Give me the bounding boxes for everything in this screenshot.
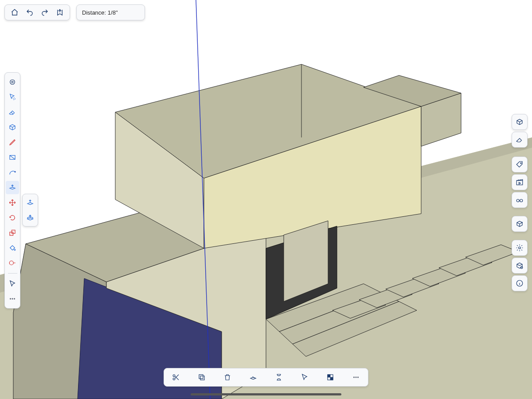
scale-icon [8,229,16,237]
tags-tray[interactable] [512,156,528,172]
tape-tool[interactable] [6,256,19,270]
nav-cluster [4,4,70,20]
checker-icon [326,373,334,381]
move-tool[interactable] [6,196,19,209]
svg-point-35 [12,298,13,299]
redo-button[interactable] [38,5,52,20]
svg-rect-31 [12,230,16,234]
xray-button[interactable] [323,370,338,385]
svg-rect-46 [200,376,204,380]
tape-measure-icon [8,259,16,267]
entity-info-tray[interactable] [512,114,528,130]
arc-tool[interactable] [6,166,19,179]
rotate-icon [8,214,16,222]
settings-button[interactable] [6,75,19,89]
home-icon [11,8,19,16]
eraser-tool[interactable] [6,106,19,119]
arrow-pointer-icon [301,373,309,381]
select-tool[interactable] [6,90,19,104]
hourglass-icon [275,373,283,381]
3d-viewport[interactable] [0,0,532,399]
scenes-tray[interactable] [512,174,528,190]
copy-icon [198,373,206,381]
pointer-icon [8,280,16,288]
export-button[interactable] [53,5,67,20]
clapperboard-icon [516,178,524,186]
materials-icon [249,373,257,381]
more-tools-button[interactable] [6,292,19,305]
pushpull-normal-icon [26,199,34,207]
svg-point-34 [10,298,11,299]
isolate-button[interactable] [271,370,286,385]
svg-point-25 [10,80,15,85]
redo-icon [41,8,49,16]
svg-point-29 [15,171,16,172]
svg-point-27 [13,98,16,100]
info-tray[interactable] [512,275,528,291]
svg-point-53 [357,377,358,378]
more-bottom-button[interactable] [348,370,364,385]
pencil-tool[interactable] [6,136,19,149]
gear-icon [516,244,524,252]
cut-button[interactable] [168,370,184,385]
trash-icon [223,373,231,381]
measurement-value: 1/8" [108,9,118,16]
warehouse-tray[interactable] [512,216,528,232]
rotate-tool[interactable] [6,211,19,224]
more-horizontal-icon [8,295,16,303]
paint-bucket-icon [8,244,16,252]
svg-rect-50 [330,377,333,380]
delete-button[interactable] [220,370,235,385]
model-cube-icon [516,118,524,126]
scissors-icon [172,373,180,381]
glasses-icon [516,196,524,204]
cube-icon [8,123,16,131]
svg-point-39 [516,200,519,202]
warehouse-cube-icon [516,220,524,228]
move-icon [8,199,16,207]
measurement-box[interactable]: Distance: 1/8" [76,4,145,20]
cursor-lasso-icon [8,93,16,101]
pushpull-icon [8,184,16,192]
shapes-tool[interactable] [6,121,19,134]
svg-rect-47 [199,375,203,379]
arc-icon [8,168,16,176]
undo-button[interactable] [23,5,37,20]
left-toolbar [4,72,20,309]
rectangle-icon [8,153,16,161]
svg-point-40 [520,200,523,202]
svg-point-51 [353,377,354,378]
pointer-tool[interactable] [6,277,19,290]
pencil-icon [8,138,16,146]
preferences-tray[interactable] [512,240,528,256]
home-button[interactable] [8,5,22,20]
select-mode-button[interactable] [297,370,312,385]
pushpull-normal-option[interactable] [23,196,37,209]
eraser-icon [516,136,524,144]
rectangle-tool[interactable] [6,151,19,164]
toolbar-separator [8,273,17,274]
svg-point-41 [519,247,521,249]
materials-button[interactable] [246,370,261,385]
measurement-label: Distance [82,9,105,16]
svg-point-52 [356,377,356,378]
scale-tool[interactable] [6,226,19,239]
package-cube-icon [516,262,524,270]
pushpull-tool[interactable] [6,181,19,194]
materials-tray[interactable] [512,132,528,148]
undo-icon [26,8,34,16]
svg-point-26 [12,81,13,83]
more-horizontal-icon [352,373,360,381]
paint-tool[interactable] [6,241,19,254]
pushpull-flyout [22,194,38,227]
export-icon [56,8,64,16]
pushpull-create-icon [26,214,34,222]
tag-icon [516,160,524,168]
pushpull-create-option[interactable] [23,211,37,224]
svg-point-36 [14,298,15,299]
extensions-tray[interactable] [512,258,528,274]
svg-point-37 [520,163,521,164]
copy-button[interactable] [194,370,209,385]
styles-tray[interactable] [512,192,528,208]
svg-point-32 [14,249,16,250]
